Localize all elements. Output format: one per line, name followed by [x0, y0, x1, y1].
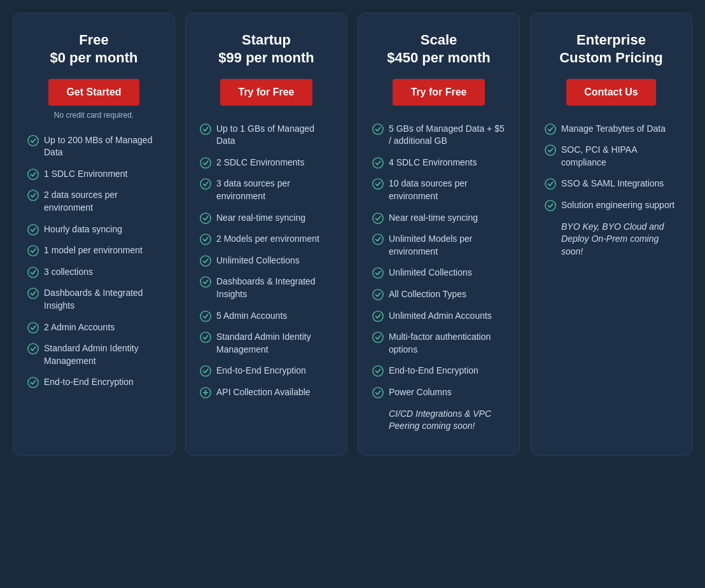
feature-text: End-to-End Encryption [44, 376, 134, 389]
svg-point-23 [373, 123, 383, 134]
svg-point-32 [373, 366, 383, 376]
check-icon [372, 123, 384, 135]
feature-item: Standard Admin Identity Management [27, 338, 160, 372]
feature-text: 3 collections [44, 266, 93, 279]
feature-item: Unlimited Admin Accounts [372, 305, 505, 327]
svg-point-33 [373, 388, 383, 398]
card-title-enterprise: Enterprise [545, 31, 678, 50]
feature-item: 2 SDLC Environments [200, 152, 333, 174]
feature-item: 10 data sources per environment [372, 173, 505, 207]
feature-item: 3 data sources per environment [200, 173, 333, 207]
feature-item: 5 Admin Accounts [200, 305, 333, 327]
svg-point-30 [373, 311, 383, 321]
feature-text: Unlimited Collections [216, 255, 300, 267]
check-icon [545, 178, 556, 190]
check-icon [27, 343, 39, 354]
svg-point-9 [28, 377, 38, 388]
cta-button-scale[interactable]: Try for Free [393, 79, 484, 106]
feature-text: End-to-End Encryption [216, 365, 306, 377]
feature-text: Hourly data syncing [44, 223, 122, 236]
feature-item: Up to 1 GBs of Managed Data [200, 118, 333, 152]
pricing-card-enterprise: Enterprise Custom Pricing Contact Us Man… [530, 13, 692, 456]
feature-text: Up to 200 MBs of Managed Data [44, 134, 160, 159]
feature-item: 1 SDLC Environment [27, 164, 160, 185]
svg-point-10 [200, 123, 211, 134]
cta-button-free[interactable]: Get Started [48, 79, 139, 106]
svg-point-16 [200, 277, 211, 287]
card-title-startup: Startup [200, 31, 333, 50]
feature-item: Unlimited Collections [372, 262, 505, 284]
features-list-free: Up to 200 MBs of Managed Data 1 SDLC Env… [27, 130, 160, 393]
feature-text: Up to 1 GBs of Managed Data [216, 123, 333, 148]
feature-text: API Collection Available [216, 386, 311, 399]
check-icon [372, 178, 384, 190]
feature-item: 2 data sources per environment [27, 185, 160, 218]
svg-point-7 [28, 322, 38, 332]
feature-item: API Collection Available [200, 382, 333, 403]
feature-item: 2 Models per environment [200, 228, 333, 250]
check-icon [372, 387, 384, 398]
feature-text: SSO & SAML Integrations [561, 178, 664, 190]
feature-item: Standard Admin Identity Management [200, 326, 333, 360]
check-icon [27, 224, 39, 235]
check-icon [27, 377, 39, 388]
feature-item: Power Columns [372, 382, 505, 403]
cta-button-enterprise[interactable]: Contact Us [566, 79, 655, 106]
feature-text: Near real-time syncing [216, 212, 305, 225]
card-price-enterprise: Custom Pricing [545, 50, 678, 66]
svg-point-6 [28, 288, 38, 298]
svg-point-5 [28, 267, 38, 277]
feature-item: Dashboards & Integrated Insights [200, 271, 333, 305]
feature-text: Multi-factor authentication options [389, 331, 505, 356]
check-icon [27, 288, 39, 299]
check-icon [372, 213, 384, 224]
feature-item: Solution engineering support [545, 195, 678, 216]
features-list-enterprise: Manage Terabytes of Data SOC, PCI & HIPA… [545, 118, 678, 263]
feature-text: 2 Models per environment [216, 233, 319, 246]
svg-point-8 [28, 344, 38, 354]
check-icon [200, 213, 211, 224]
feature-text: Unlimited Admin Accounts [389, 310, 492, 323]
svg-point-26 [373, 213, 383, 223]
feature-item: End-to-End Encryption [200, 360, 333, 382]
card-header-scale: Scale $450 per month [372, 31, 505, 66]
pricing-card-free: Free $0 per month Get Started No credit … [13, 13, 175, 456]
check-icon [200, 234, 211, 245]
feature-text: 5 GBs of Managed Data + $5 / additional … [389, 123, 505, 148]
svg-point-0 [28, 135, 38, 145]
check-icon [27, 190, 39, 201]
card-header-enterprise: Enterprise Custom Pricing [545, 31, 678, 66]
card-title-free: Free [27, 31, 160, 50]
svg-point-37 [545, 200, 555, 211]
card-header-startup: Startup $99 per month [200, 31, 333, 66]
check-icon [200, 157, 211, 169]
feature-text: 5 Admin Accounts [216, 310, 287, 323]
svg-point-2 [28, 190, 38, 200]
feature-item: Unlimited Models per environment [372, 228, 505, 262]
card-price-scale: $450 per month [372, 50, 505, 66]
feature-item: Up to 200 MBs of Managed Data [27, 130, 160, 164]
check-icon [27, 169, 39, 180]
feature-item: 2 Admin Accounts [27, 317, 160, 339]
check-icon [200, 365, 211, 377]
feature-text: 10 data sources per environment [389, 178, 505, 202]
cta-button-startup[interactable]: Try for Free [220, 79, 312, 106]
plus-icon [200, 387, 211, 398]
check-icon [200, 178, 211, 190]
feature-text: 3 data sources per environment [216, 178, 333, 202]
card-price-free: $0 per month [27, 50, 160, 66]
svg-point-24 [373, 158, 383, 168]
svg-point-12 [200, 179, 211, 189]
check-icon [200, 255, 211, 267]
check-icon [372, 267, 384, 279]
pricing-grid: Free $0 per month Get Started No credit … [13, 13, 692, 456]
svg-point-29 [373, 290, 383, 300]
feature-text: Dashboards & Integrated Insights [216, 276, 333, 300]
feature-text: Power Columns [389, 386, 452, 399]
check-icon [200, 276, 211, 288]
svg-point-35 [545, 145, 555, 155]
check-icon [200, 123, 211, 135]
feature-item: 1 model per environment [27, 240, 160, 262]
no-cc-note: No credit card required. [27, 111, 160, 120]
feature-text: Unlimited Collections [389, 267, 472, 279]
